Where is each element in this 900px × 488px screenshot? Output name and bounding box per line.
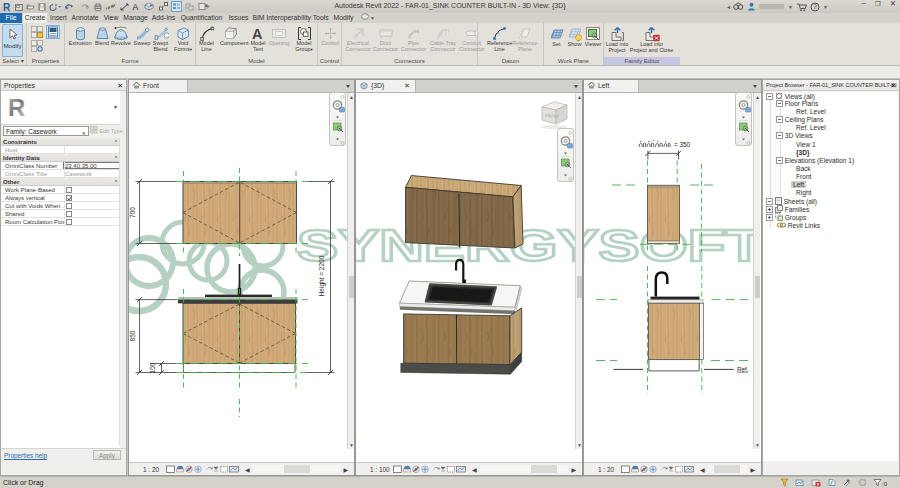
svg-text:A: A <box>252 26 263 41</box>
svg-text:R: R <box>3 2 11 12</box>
svg-text:Height = 2200: Height = 2200 <box>318 255 326 296</box>
svg-text:850: 850 <box>129 330 136 341</box>
svg-text:Ref.: Ref. <box>737 366 749 373</box>
svg-text:= 350: = 350 <box>674 141 690 148</box>
svg-text:FRONT: FRONT <box>545 113 560 119</box>
svg-text::0: :0 <box>882 481 888 487</box>
svg-text:700: 700 <box>129 207 136 218</box>
svg-text:?: ? <box>813 3 817 10</box>
svg-text:A: A <box>133 2 139 11</box>
svg-text:R: R <box>8 95 25 119</box>
svg-text:100: 100 <box>149 362 156 373</box>
